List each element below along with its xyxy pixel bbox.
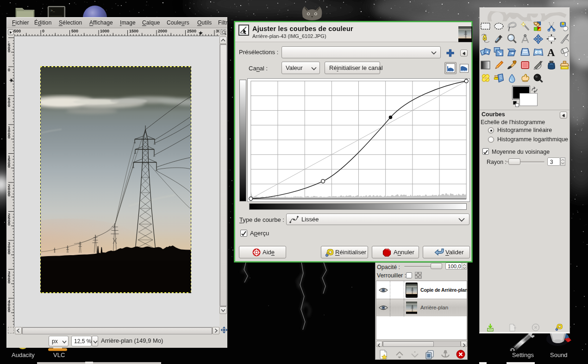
svg-text:>_: >_ <box>50 8 55 13</box>
svg-text:A: A <box>547 47 555 58</box>
